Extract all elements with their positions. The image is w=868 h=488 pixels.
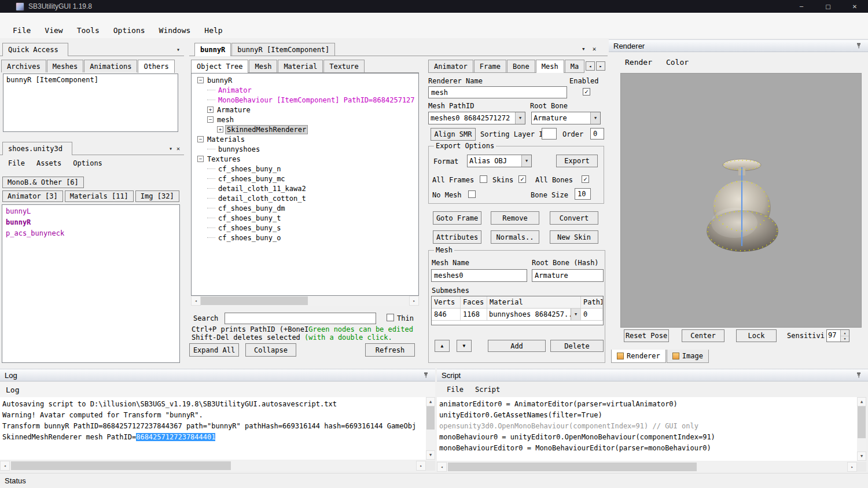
log-tab[interactable]: Log bbox=[6, 386, 19, 394]
collapse-button[interactable]: Collapse bbox=[245, 343, 296, 357]
editor-tab-mesh[interactable]: Mesh bbox=[536, 60, 564, 73]
export-button[interactable]: Export bbox=[556, 155, 598, 167]
material-cell[interactable]: bunnyshoes 8684257...▼ bbox=[487, 309, 581, 320]
bone-size-input[interactable]: 10 bbox=[575, 188, 591, 200]
document-tab-bunnyr[interactable]: bunnyR bbox=[194, 43, 231, 56]
tree-node-materials[interactable]: Materials bbox=[206, 135, 246, 144]
skins-checkbox[interactable] bbox=[518, 175, 526, 183]
log-output[interactable]: Autosaving script to D:\illusion\SB3UGS_… bbox=[0, 397, 426, 460]
expand-all-button[interactable]: Expand All bbox=[189, 343, 239, 357]
script-vscrollbar[interactable]: ▲ ▼ bbox=[857, 397, 866, 461]
view-tab-texture[interactable]: Texture bbox=[323, 60, 365, 72]
collapse-icon[interactable]: − bbox=[207, 116, 214, 123]
render-viewport[interactable] bbox=[620, 73, 862, 328]
document-tab-bunnyr-itemcomponent[interactable]: bunnyR [ItemComponent] bbox=[231, 43, 335, 56]
chevron-down-icon[interactable]: ▼ bbox=[571, 309, 580, 320]
collapse-icon[interactable]: − bbox=[197, 156, 204, 162]
mesh-name-input[interactable]: meshes0 bbox=[431, 269, 527, 282]
tree-node-cf-shoes-buny-dm[interactable]: cf_shoes_buny_dm bbox=[217, 204, 286, 212]
menu-options[interactable]: Options bbox=[106, 24, 152, 36]
expand-icon[interactable]: + bbox=[207, 107, 214, 113]
close-icon[interactable]: ✕ bbox=[593, 45, 597, 53]
spin-up-button[interactable]: ▲ bbox=[841, 330, 849, 336]
enabled-checkbox[interactable] bbox=[583, 88, 590, 96]
quick-access-tab-animations[interactable]: Animations bbox=[84, 60, 137, 72]
chevron-down-icon[interactable]: ▼ bbox=[515, 112, 525, 124]
sensitivity-spinner[interactable]: 97 ▲ ▼ bbox=[826, 329, 849, 342]
thin-checkbox[interactable] bbox=[387, 314, 394, 321]
center-button[interactable]: Center bbox=[682, 329, 724, 342]
filter-animator-3[interactable]: Animator [3] bbox=[2, 190, 63, 202]
view-tab-object-tree[interactable]: Object Tree bbox=[191, 60, 248, 73]
tree-node-cf-shoes-buny-mc[interactable]: cf_shoes_buny_mc bbox=[217, 175, 286, 183]
tree-node-cf-shoes-buny-t[interactable]: cf_shoes_buny_t bbox=[217, 214, 282, 222]
script-hscrollbar[interactable]: ◂ ▸ bbox=[437, 462, 857, 472]
menu-windows[interactable]: Windows bbox=[152, 24, 198, 36]
script-menu-script[interactable]: Script bbox=[469, 384, 506, 395]
pin-icon[interactable] bbox=[854, 41, 863, 50]
attributes-button[interactable]: Attributes bbox=[433, 230, 481, 244]
renderer-bottom-tab-image[interactable]: Image bbox=[667, 350, 709, 363]
collapse-icon[interactable]: − bbox=[197, 136, 204, 142]
filter-materials-11[interactable]: Materials [11] bbox=[65, 190, 134, 202]
scroll-right-button[interactable]: ▸ bbox=[409, 296, 419, 306]
pin-icon[interactable] bbox=[421, 370, 431, 380]
tree-node-bunnyshoes[interactable]: bunnyshoes bbox=[217, 145, 261, 153]
format-combobox[interactable]: Alias OBJ ▼ bbox=[467, 155, 532, 167]
archive-item-bunnyl[interactable]: bunnyL bbox=[2, 206, 179, 217]
tree-node-armature[interactable]: Armature bbox=[216, 106, 252, 114]
renderer-menu-color[interactable]: Color bbox=[659, 56, 696, 68]
archive-item-bunnyr[interactable]: bunnyR bbox=[2, 217, 179, 228]
tree-node-cf-shoes-buny-n[interactable]: cf_shoes_buny_n bbox=[217, 165, 282, 173]
scroll-thumb[interactable] bbox=[858, 406, 866, 438]
move-up-button[interactable]: ▲ bbox=[435, 340, 450, 352]
mesh-pathid-combobox[interactable]: meshes0 86842571272 ▼ bbox=[428, 112, 525, 124]
maximize-button[interactable]: □ bbox=[815, 0, 841, 13]
root-bone-combobox[interactable]: Armature ▼ bbox=[531, 112, 601, 124]
scroll-track[interactable] bbox=[426, 406, 435, 450]
scroll-track[interactable] bbox=[10, 461, 416, 471]
animator-list[interactable]: bunnyLbunnyRp_acs_bunyneck bbox=[2, 204, 180, 363]
archive-menu-options[interactable]: Options bbox=[67, 157, 108, 169]
quick-access-tab-others[interactable]: Others bbox=[138, 60, 174, 73]
scroll-track[interactable] bbox=[201, 296, 409, 306]
move-down-button[interactable]: ▼ bbox=[457, 340, 472, 352]
tree-node-detail-cloth-11-kawa2[interactable]: detail_cloth_11_kawa2 bbox=[217, 185, 307, 193]
filter-monob-other-6[interactable]: MonoB.& Other [6] bbox=[2, 177, 84, 188]
scroll-thumb[interactable] bbox=[448, 463, 697, 471]
scroll-track[interactable] bbox=[857, 406, 866, 452]
tree-node-animator[interactable]: Animator bbox=[217, 86, 253, 94]
archive-menu-assets[interactable]: Assets bbox=[31, 157, 67, 169]
quick-access-list[interactable]: bunnyR [ItemComponent] bbox=[3, 74, 178, 132]
close-button[interactable]: ✕ bbox=[841, 0, 868, 13]
lock-button[interactable]: Lock bbox=[736, 329, 777, 342]
scroll-left-button[interactable]: ◂ bbox=[0, 461, 10, 471]
align-smr-button[interactable]: Align SMR bbox=[431, 128, 476, 141]
tree-node-detail-cloth-cotton-t[interactable]: detail_cloth_cotton_t bbox=[217, 195, 307, 203]
scroll-left-button[interactable]: ◂ bbox=[437, 462, 447, 472]
tree-node-textures[interactable]: Textures bbox=[206, 155, 242, 163]
object-tree[interactable]: −bunnyRAnimatorMonoBehaviour [ItemCompon… bbox=[191, 73, 419, 296]
scroll-left-button[interactable]: ◂ bbox=[191, 296, 201, 306]
tree-node-monobehaviour-itemcomponent-pathid-8684257127[interactable]: MonoBehaviour [ItemComponent] PathID=868… bbox=[217, 96, 416, 104]
scroll-track[interactable] bbox=[447, 462, 847, 472]
chevron-down-icon[interactable]: ▾ bbox=[176, 46, 184, 56]
menu-view[interactable]: View bbox=[38, 24, 69, 36]
renderer-name-input[interactable]: mesh bbox=[428, 86, 567, 98]
renderer-menu-render[interactable]: Render bbox=[618, 56, 659, 68]
scroll-right-button[interactable]: ▸ bbox=[416, 461, 426, 471]
view-tab-mesh[interactable]: Mesh bbox=[249, 60, 277, 72]
tree-node-cf-shoes-buny-o[interactable]: cf_shoes_buny_o bbox=[217, 234, 282, 242]
remove-button[interactable]: Remove bbox=[491, 211, 539, 225]
scroll-down-button[interactable]: ▼ bbox=[426, 450, 435, 460]
editor-tab-ma[interactable]: Ma bbox=[565, 60, 584, 72]
archive-menu-file[interactable]: File bbox=[2, 157, 31, 169]
convert-button[interactable]: Convert bbox=[550, 211, 598, 225]
spin-down-button[interactable]: ▼ bbox=[841, 336, 849, 342]
scroll-right-button[interactable]: ▸ bbox=[847, 462, 857, 472]
quick-access-tab-meshes[interactable]: Meshes bbox=[47, 60, 83, 72]
menu-tools[interactable]: Tools bbox=[70, 24, 106, 36]
close-icon[interactable]: ✕ bbox=[176, 145, 184, 155]
collapse-icon[interactable]: − bbox=[197, 77, 204, 83]
view-tab-material[interactable]: Material bbox=[278, 60, 323, 72]
